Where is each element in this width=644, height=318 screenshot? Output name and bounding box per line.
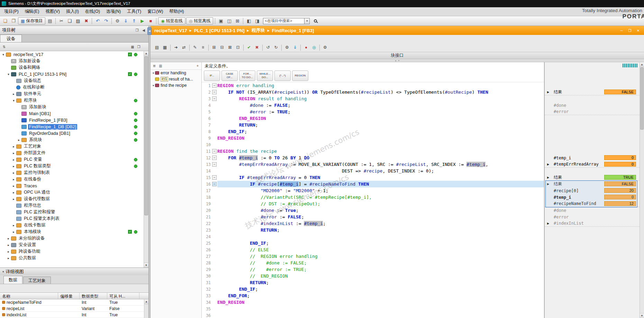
block-interface-splitter[interactable]: ▲ ▼ [151, 59, 644, 62]
watch-row[interactable] [545, 82, 640, 89]
tree-item[interactable]: PLC 报警文本列表 [0, 215, 144, 222]
tree-item[interactable]: ▸外部源文件 [0, 150, 144, 156]
tree-item[interactable]: ▾recipeText_V17✓ [0, 51, 144, 58]
code-line[interactable]: 28 // #done := FALSE; [202, 260, 544, 266]
tree-item[interactable]: 设备组态 [0, 77, 144, 84]
fold-toggle-icon[interactable]: − [212, 156, 217, 160]
table-row[interactable]: recipeListVariantFalse [0, 306, 148, 312]
fold-toggle-icon[interactable]: − [212, 162, 217, 167]
code-line[interactable]: 35 [202, 306, 544, 312]
collapse-panel-icon[interactable]: ◀ [141, 27, 146, 33]
close-network-icon[interactable]: ⊠ [226, 44, 234, 51]
code-line[interactable]: 6 END_REGION [202, 115, 544, 122]
code-line[interactable]: 4 #done := FALSE; [202, 102, 544, 109]
compile-icon[interactable]: ⚙ [114, 17, 121, 25]
code-line[interactable]: 11−REGION find the recipe [202, 148, 544, 155]
watch-row[interactable]: #error [545, 109, 640, 115]
region-nav-item[interactable]: ▾find the recipe [151, 82, 201, 88]
tree-expander-icon[interactable]: ▸ [17, 138, 21, 142]
new-project-icon[interactable]: ❏ [1, 17, 9, 25]
watch-row[interactable] [545, 233, 640, 240]
code-line[interactable]: 25 END_IF; [202, 240, 544, 246]
code-line[interactable]: 36 [202, 312, 544, 318]
start-cpu-icon[interactable]: ▶ [138, 17, 146, 25]
column-header[interactable]: 名称 [0, 293, 58, 299]
redo-icon[interactable]: ↷ [102, 17, 110, 25]
watch-row[interactable] [545, 246, 640, 253]
watch-row[interactable] [545, 312, 640, 318]
tree-item[interactable]: ▾程序块 [0, 97, 144, 104]
watch-row[interactable] [545, 115, 640, 122]
code-line[interactable]: 7 RETURN; [202, 122, 544, 128]
watch-value[interactable]: 0 [604, 155, 636, 160]
code-line[interactable]: 27 // REGION error handling [202, 253, 544, 260]
tree-expander-icon[interactable]: ▸ [12, 165, 16, 168]
tree-scroll-thumb[interactable] [144, 56, 148, 215]
code-line[interactable]: 24 [202, 233, 544, 240]
monitoring-icon[interactable]: ◎ [310, 44, 318, 51]
tree-expander-icon[interactable]: ▾ [1, 53, 5, 56]
watch-row[interactable] [545, 273, 640, 279]
tree-item[interactable]: PLC 监控和报警 [0, 209, 144, 215]
chevron-down-icon[interactable]: ▾ [152, 72, 155, 75]
split-vertical-icon[interactable]: ◨ [253, 17, 261, 25]
tree-expander-icon[interactable]: ▸ [12, 92, 16, 96]
minimize-icon[interactable]: ─ [619, 28, 624, 33]
watch-row[interactable]: ▶结果TRUE [545, 174, 640, 181]
undo-editor-icon[interactable]: ↺ [264, 44, 272, 51]
scroll-down-icon[interactable]: ▼ [640, 313, 644, 318]
chevron-down-icon[interactable]: ▾ [152, 84, 155, 87]
watch-row[interactable]: ▶#indexInList [545, 220, 640, 227]
watch-row[interactable] [545, 128, 640, 135]
code-line[interactable]: 29 // #error := TRUE; [202, 266, 544, 273]
watch-row[interactable] [545, 168, 640, 174]
go-offline-button[interactable]: ◎转至离线 [186, 17, 213, 25]
watch-row[interactable]: ▶#tempErrRreadArray0 [545, 161, 640, 168]
code-line[interactable]: 8 END_IF; [202, 128, 544, 135]
watch-value[interactable]: 0 [604, 195, 636, 199]
code-line[interactable]: 20 #done := True; [202, 207, 544, 214]
tree-item[interactable]: ▸OPC UA 通信 [0, 189, 144, 196]
menu-item[interactable]: 项目(P) [1, 7, 22, 16]
code-line[interactable]: 18 //VariantPut(SRC := #tempRecipe[#temp… [202, 194, 544, 200]
segment-list-icon[interactable]: ▤ [153, 44, 161, 51]
compile-block-icon[interactable]: ⚙ [283, 44, 291, 51]
error-marker-icon[interactable]: ✖ [253, 44, 261, 51]
watch-row[interactable] [545, 95, 640, 102]
tree-expander-icon[interactable]: ▸ [7, 256, 10, 260]
fold-toggle-icon[interactable]: − [212, 90, 217, 94]
code-line[interactable]: 33 END_FOR; [202, 292, 544, 299]
download-to-device-icon[interactable]: ⇓ [122, 17, 129, 25]
code-line[interactable]: 2− IF NOT (IS_ARRAY(#recipeList)) OR Typ… [202, 89, 544, 95]
watch-row[interactable]: #recipeNameToFind12 [545, 200, 640, 207]
watch-row[interactable] [545, 286, 640, 292]
accessible-devices-icon[interactable]: ◫ [225, 17, 233, 25]
go-online-button[interactable]: ◉转至在线 [158, 17, 185, 25]
tree-scrollbar[interactable]: ▲ ▼ [144, 51, 148, 268]
snippet-button[interactable]: WHILE... DO... [257, 71, 273, 81]
copy-icon[interactable]: ❑ [66, 17, 73, 25]
watch-row[interactable] [545, 260, 640, 266]
split-horizontal-icon[interactable]: ◧ [245, 17, 253, 25]
fold-toggle-icon[interactable]: − [212, 182, 217, 186]
watch-row[interactable]: #done [545, 207, 640, 214]
tree-expander-icon[interactable]: ▸ [12, 171, 16, 175]
region-nav-item[interactable]: ▾error handling [151, 70, 201, 76]
tree-expander-icon[interactable]: ▸ [12, 230, 16, 234]
watch-row[interactable] [545, 227, 640, 233]
restore-icon[interactable]: ❐ [627, 28, 633, 33]
edit-icon[interactable]: ✎ [191, 44, 199, 51]
scroll-up-icon[interactable]: ▲ [144, 299, 148, 304]
watch-row[interactable] [545, 279, 640, 286]
tree-expander-icon[interactable]: ▸ [12, 151, 16, 155]
swap-operands-icon[interactable]: ⇄ [180, 44, 188, 51]
nav-list-icon[interactable]: ≣ [152, 63, 157, 69]
snippet-button[interactable]: CASE OF... [221, 71, 238, 81]
redo-editor-icon[interactable]: ↻ [272, 44, 280, 51]
tree-item[interactable]: ▸本地模块✓ [0, 228, 144, 235]
tab-devices[interactable]: 设备 [0, 35, 22, 42]
fold-toggle-icon[interactable]: − [212, 96, 217, 101]
fold-toggle-icon[interactable]: − [212, 175, 217, 180]
scroll-down-icon[interactable]: ▼ [144, 263, 148, 268]
code-line[interactable]: 34END_REGION [202, 299, 544, 306]
